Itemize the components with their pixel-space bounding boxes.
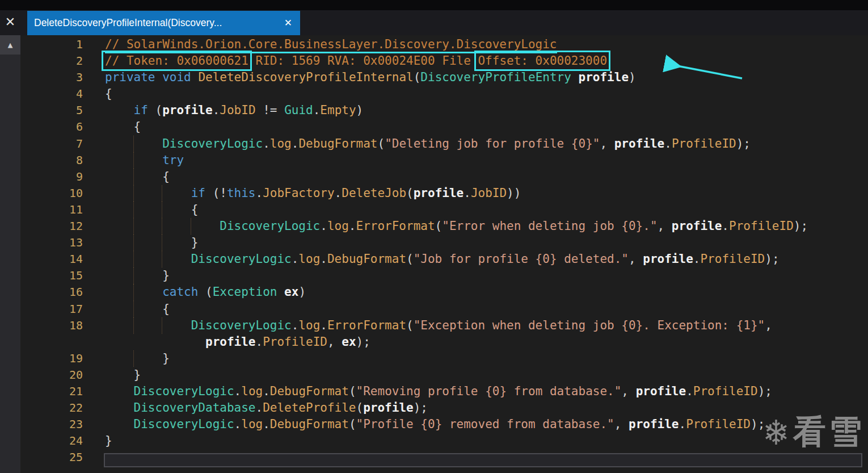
code-token [105, 335, 205, 349]
code-editor[interactable]: 1// SolarWinds.Orion.Core.BusinessLayer.… [20, 36, 868, 473]
line-number: 2 [20, 53, 91, 69]
code-token: ex [342, 335, 356, 349]
code-token: ( [377, 137, 385, 150]
code-token: Empty [320, 103, 356, 117]
code-text: } [91, 235, 198, 251]
indent-guide [105, 119, 134, 135]
code-token: . [256, 186, 263, 200]
code-token: . [263, 417, 270, 431]
line-number: 3 [20, 69, 91, 86]
horizontal-scrollbar-thumb[interactable] [104, 453, 862, 467]
indent-guide [105, 350, 134, 367]
code-text: DiscoveryDatabase.DeleteProfile(profile)… [91, 400, 428, 416]
code-token: ) [298, 285, 306, 299]
code-token: DeleteJob [342, 186, 406, 200]
indent-guide [105, 284, 134, 300]
code-token: } [191, 236, 199, 249]
indent-guide [191, 218, 220, 235]
vertical-scrollbar[interactable]: ▲ [0, 35, 20, 473]
code-token: DebugFormat [270, 384, 349, 398]
code-token: ( [356, 401, 364, 415]
code-token: DiscoveryLogic [162, 137, 263, 150]
code-text: // SolarWinds.Orion.Core.BusinessLayer.D… [91, 36, 557, 53]
line-number: 11 [20, 202, 91, 218]
code-token: { [162, 302, 170, 316]
highlight-box-token: // Token: 0x06000621 [105, 54, 248, 68]
code-token: "Exception when deleting job {0}. Except… [414, 319, 765, 332]
code-line: 9{ [20, 169, 868, 185]
code-text: if (profile.JobID != Guid.Empty) [91, 102, 363, 119]
code-token: ) [356, 103, 364, 117]
code-token: "Error when deleting job {0}." [442, 219, 657, 233]
code-token: { [162, 170, 170, 183]
line-number: 22 [20, 400, 91, 416]
code-token: if [191, 186, 205, 200]
tab-delete-discovery-profile[interactable]: DeleteDiscoveryProfileInternal(Discovery… [27, 11, 300, 35]
code-token: ProfileID [686, 417, 751, 431]
line-number: 12 [20, 218, 91, 235]
code-token: DeleteProfile [263, 401, 356, 415]
indent-guide [133, 267, 163, 284]
code-token: ); [356, 335, 370, 349]
code-text: DiscoveryLogic.log.DebugFormat("Profile … [91, 416, 765, 433]
code-token: . [320, 219, 327, 233]
indent-guide [105, 136, 134, 152]
line-number: 9 [20, 169, 91, 185]
code-token: ProfileID [263, 335, 327, 349]
scroll-up-icon[interactable]: ▲ [0, 35, 20, 55]
code-token: , [629, 252, 643, 266]
code-token: ) [629, 70, 636, 84]
code-token: DebugFormat [327, 252, 406, 266]
code-token: ProfileID [729, 219, 794, 233]
indent-guide [162, 218, 191, 235]
code-token: . [292, 319, 299, 332]
code-token: JobID [471, 186, 507, 200]
code-token: log [298, 252, 320, 266]
code-token: . [320, 252, 327, 266]
code-token: ( [198, 285, 212, 299]
code-line: 18DiscoveryLogic.log.ErrorFormat("Except… [20, 317, 868, 334]
indent-guide [133, 202, 163, 218]
close-icon[interactable]: ✕ [2, 14, 18, 31]
code-line: 14DiscoveryLogic.log.DebugFormat("Job fo… [20, 251, 868, 267]
code-token: DebugFormat [270, 417, 349, 431]
code-token: JobFactory [263, 186, 334, 200]
line-number: 16 [20, 284, 91, 300]
code-token: . [320, 319, 327, 332]
code-token: . [693, 252, 701, 266]
line-number: 15 [20, 267, 91, 284]
title-bar [0, 0, 868, 10]
indent-guide [162, 317, 191, 334]
code-token: log [241, 417, 263, 431]
code-token: profile [643, 252, 693, 266]
indent-guide [105, 301, 134, 317]
code-token: "Job for profile {0} deleted." [414, 252, 629, 266]
code-line: 12DiscoveryLogic.log.ErrorFormat("Error … [20, 218, 868, 235]
code-text: { [91, 169, 170, 185]
code-token: . [263, 384, 270, 398]
code-token: try [162, 153, 184, 167]
code-line: 13} [20, 235, 868, 251]
line-number: 21 [20, 383, 91, 400]
indent-guide [133, 235, 163, 251]
indent-guide [162, 251, 191, 267]
code-line: 24} [20, 433, 868, 449]
code-token: ( [435, 219, 443, 233]
code-token: profile [614, 137, 665, 150]
indent-guide [105, 383, 134, 400]
indent-guide [133, 317, 163, 334]
code-text: try [91, 152, 184, 169]
code-line: 19} [20, 350, 868, 367]
indent-guide [133, 169, 163, 185]
indent-guide [133, 251, 163, 267]
line-number: 24 [20, 433, 91, 449]
tab-close-icon[interactable]: ✕ [283, 17, 293, 29]
code-token: . [686, 384, 693, 398]
indent-guide [162, 202, 191, 218]
line-number [20, 334, 91, 350]
code-text: } [91, 350, 170, 367]
code-token: , [621, 384, 635, 398]
code-token: ProfileID [693, 384, 758, 398]
line-number: 8 [20, 152, 91, 169]
code-token: ErrorFormat [356, 219, 435, 233]
